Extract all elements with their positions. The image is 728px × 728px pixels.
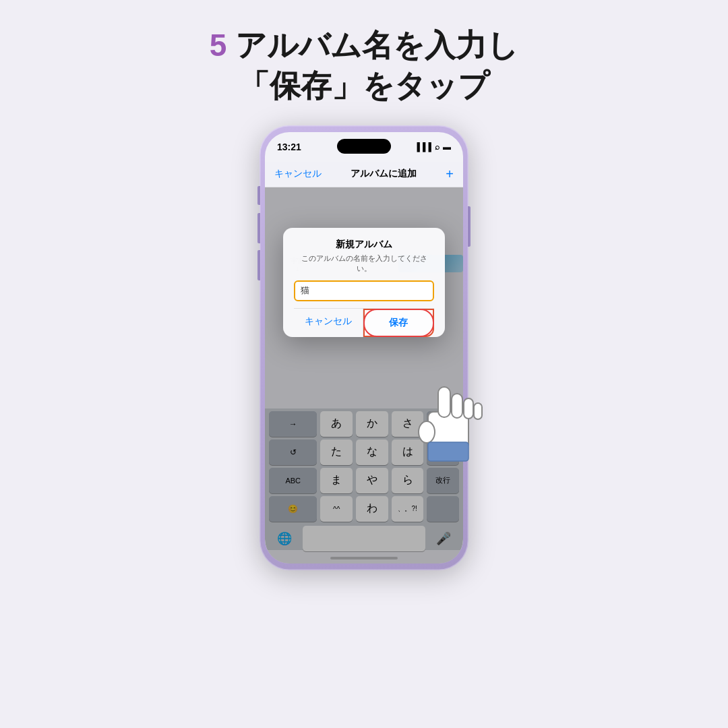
signal-icon: ▐▐▐ bbox=[414, 142, 431, 152]
dialog-title: 新規アルバム bbox=[294, 239, 434, 251]
volume-down-button bbox=[257, 250, 260, 280]
album-name-input[interactable] bbox=[294, 280, 434, 301]
status-time: 13:21 bbox=[277, 142, 301, 152]
nav-bar: キャンセル アルバムに追加 + bbox=[265, 162, 463, 187]
hand-cursor bbox=[401, 375, 489, 462]
dialog-cancel-button[interactable]: キャンセル bbox=[294, 309, 363, 337]
phone-screen: 13:21 ▐▐▐ ⌕ ▬ キャンセル アルバムに追加 + bbox=[265, 132, 463, 564]
svg-rect-2 bbox=[452, 394, 462, 418]
dialog-buttons: キャンセル 保存 bbox=[294, 308, 434, 337]
instruction-title: 5 アルバム名を入力し 「保存」をタップ bbox=[210, 26, 518, 107]
volume-up-button bbox=[257, 213, 260, 243]
dialog-subtitle: このアルバムの名前を入力してください。 bbox=[294, 253, 434, 274]
svg-rect-6 bbox=[428, 442, 468, 461]
nav-title: アルバムに追加 bbox=[351, 168, 417, 180]
nav-cancel-button[interactable]: キャンセル bbox=[274, 168, 322, 180]
battery-icon: ▬ bbox=[443, 142, 451, 152]
status-icons: ▐▐▐ ⌕ ▬ bbox=[414, 142, 451, 152]
silent-switch bbox=[257, 186, 260, 205]
phone: 13:21 ▐▐▐ ⌕ ▬ キャンセル アルバムに追加 + bbox=[260, 125, 468, 570]
svg-point-5 bbox=[419, 421, 435, 443]
svg-rect-3 bbox=[464, 398, 473, 419]
dialog-box: 新規アルバム このアルバムの名前を入力してください。 キャンセル 保存 bbox=[283, 228, 445, 337]
svg-rect-4 bbox=[474, 403, 482, 419]
dynamic-island bbox=[337, 139, 391, 154]
title-line2: 「保存」をタップ bbox=[239, 68, 489, 103]
svg-rect-1 bbox=[438, 387, 450, 417]
step-number: 5 bbox=[210, 28, 227, 63]
nav-plus-button[interactable]: + bbox=[446, 166, 454, 182]
wifi-icon: ⌕ bbox=[435, 142, 439, 152]
title-line1: アルバム名を入力し bbox=[235, 28, 518, 63]
dialog-save-button[interactable]: 保存 bbox=[363, 309, 435, 337]
power-button bbox=[468, 206, 471, 247]
